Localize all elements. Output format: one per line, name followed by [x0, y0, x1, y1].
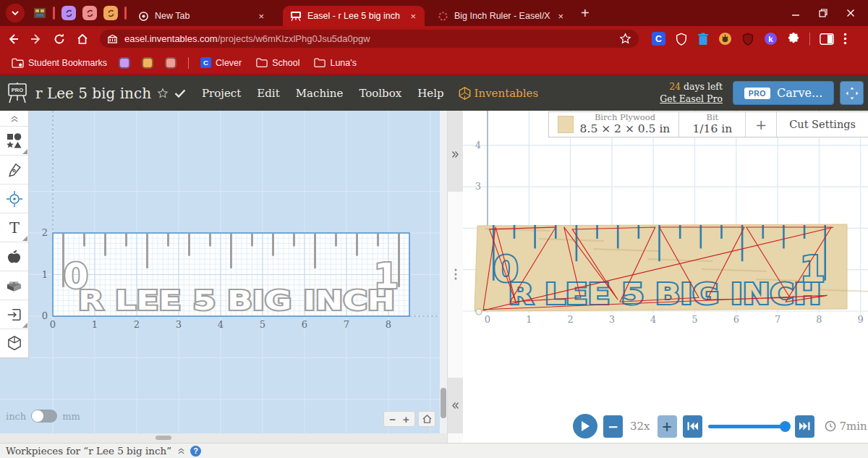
- tool-text[interactable]: T: [0, 213, 28, 242]
- tab-close-icon[interactable]: ×: [257, 11, 265, 22]
- trash-extension-icon[interactable]: [697, 33, 709, 46]
- carve-button[interactable]: PRO Carve...: [733, 81, 834, 105]
- zoom-home-button[interactable]: [418, 411, 435, 427]
- address-bar[interactable]: easel.inventables.com/projects/w6mKlzxlP…: [100, 30, 639, 48]
- browser-menu-icon[interactable]: [843, 33, 847, 45]
- favorite-star-icon[interactable]: [157, 88, 169, 99]
- tool-shapes[interactable]: [0, 127, 28, 156]
- tab-easel-active[interactable]: Easel - r Lee 5 big inch ×: [283, 6, 425, 26]
- bookmark-lunas-folder[interactable]: Luna's: [314, 58, 356, 68]
- minimize-icon[interactable]: [791, 9, 800, 17]
- saved-check-icon: [174, 89, 186, 98]
- tab-close-icon[interactable]: ×: [409, 11, 417, 22]
- tool-import[interactable]: [0, 300, 28, 329]
- pinned-tab-sync-orange[interactable]: [103, 6, 118, 20]
- clever-extension-icon[interactable]: C: [652, 32, 665, 46]
- restore-icon[interactable]: [819, 9, 827, 17]
- extensions-puzzle-icon[interactable]: [787, 33, 800, 46]
- scrollbar-thumb[interactable]: [441, 388, 446, 418]
- units-toggle[interactable]: [31, 410, 57, 423]
- double-chevron-left-icon[interactable]: [451, 402, 459, 410]
- zoom-in-button[interactable]: +: [403, 413, 409, 425]
- menu-toolbox[interactable]: Toolbox: [359, 87, 401, 100]
- tab-new-tab[interactable]: New Tab ×: [131, 6, 273, 26]
- tab-big-inch-ruler[interactable]: Big Inch Ruler - Easel/X-carve ×: [430, 6, 572, 26]
- divider-drag-handle[interactable]: [448, 268, 463, 280]
- pinned-tab-sync-pink[interactable]: [82, 6, 97, 20]
- workpieces-bar[interactable]: Workpieces for “r Lee 5 big inch” ?: [0, 443, 868, 458]
- carve-preview-panel: 43012345678901R LEE 5 BIG INCH Birch Ply…: [463, 111, 868, 443]
- tab-search-button[interactable]: [6, 4, 25, 22]
- tool-drill[interactable]: [0, 185, 28, 213]
- sim-progress-slider[interactable]: [708, 425, 789, 428]
- bookmark-school-folder[interactable]: School: [256, 58, 299, 68]
- home-icon: [76, 33, 89, 46]
- dark-shield-extension-icon[interactable]: [741, 33, 754, 46]
- new-tab-button[interactable]: +: [581, 5, 590, 22]
- menu-project[interactable]: Project: [202, 87, 241, 100]
- bookmark-star-icon[interactable]: [619, 33, 631, 45]
- reload-icon: [53, 33, 66, 46]
- reload-button[interactable]: [49, 29, 69, 49]
- tool-apps[interactable]: [0, 271, 28, 300]
- bookmark-app-orange[interactable]: [142, 57, 153, 69]
- kami-extension-icon[interactable]: k: [764, 32, 778, 46]
- menu-help[interactable]: Help: [417, 87, 443, 100]
- collapse-chevron-icon[interactable]: [177, 447, 185, 454]
- tab-title: New Tab: [155, 11, 251, 21]
- bookmark-student-bookmarks[interactable]: Student Bookmarks: [12, 58, 107, 68]
- menu-edit[interactable]: Edit: [257, 87, 279, 100]
- design-canvas[interactable]: 01234567801201R LEE 5 BIG INCH: [0, 111, 447, 433]
- home-button[interactable]: [72, 29, 93, 49]
- tab-close-icon[interactable]: ×: [556, 11, 565, 22]
- slider-knob[interactable]: [780, 421, 791, 432]
- profile-avatar[interactable]: [820, 33, 834, 46]
- sidebar-collapse-button[interactable]: [0, 111, 28, 127]
- svg-text:C: C: [203, 59, 208, 67]
- site-info-icon[interactable]: [107, 33, 118, 44]
- scrollbar-thumb[interactable]: [156, 436, 171, 440]
- project-title[interactable]: r Lee 5 big inch: [35, 85, 151, 102]
- zoom-out-button[interactable]: −: [389, 413, 396, 425]
- menu-machine[interactable]: Machine: [296, 87, 344, 100]
- sim-speed-up-button[interactable]: +: [658, 415, 677, 438]
- tool-design-library[interactable]: [0, 242, 28, 271]
- tool-sidebar: T: [0, 111, 29, 358]
- sim-time-value: 7min: [840, 420, 867, 433]
- sim-speed-down-button[interactable]: −: [603, 415, 623, 438]
- jog-machine-button[interactable]: [840, 81, 864, 105]
- bookmark-app-purple[interactable]: [119, 57, 130, 69]
- inventables-label: Inventables: [475, 87, 539, 100]
- help-icon[interactable]: ?: [190, 446, 201, 457]
- double-chevron-right-icon[interactable]: [451, 150, 459, 158]
- sim-skip-start-button[interactable]: [683, 415, 702, 438]
- bit-section[interactable]: Bit 1/16 in: [679, 112, 746, 137]
- sim-skip-end-button[interactable]: [795, 415, 814, 438]
- preview-canvas[interactable]: 43012345678901R LEE 5 BIG INCH: [463, 111, 868, 443]
- bookmark-clever[interactable]: C Clever: [200, 57, 242, 68]
- easel-logo[interactable]: PRO: [7, 82, 28, 105]
- svg-text:R LEE 5 BIG INCH: R LEE 5 BIG INCH: [509, 278, 822, 310]
- inventables-brand[interactable]: Inventables: [459, 87, 539, 100]
- tool-3d-view[interactable]: [0, 329, 28, 358]
- vertical-scrollbar[interactable]: [440, 111, 447, 433]
- panel-divider[interactable]: [447, 111, 463, 443]
- material-section[interactable]: Birch Plywood 8.5 × 2 × 0.5 in: [549, 112, 680, 137]
- add-bit-button[interactable]: +: [746, 112, 777, 137]
- cut-settings-button[interactable]: Cut Settings: [777, 112, 868, 137]
- horizontal-scrollbar[interactable]: [0, 433, 447, 443]
- shield-extension-icon[interactable]: [675, 33, 688, 46]
- sim-play-button[interactable]: [573, 414, 597, 438]
- pinned-tab-game-icon[interactable]: [33, 7, 46, 20]
- tool-pen[interactable]: [0, 156, 28, 185]
- sync-icon: [85, 9, 95, 18]
- back-button[interactable]: [3, 29, 23, 49]
- trial-days-text: days left: [681, 81, 723, 92]
- close-icon[interactable]: [846, 9, 855, 17]
- forward-button[interactable]: [26, 29, 46, 49]
- get-easel-pro-link[interactable]: Get Easel Pro: [660, 93, 723, 104]
- bug-extension-icon[interactable]: [718, 32, 732, 46]
- pinned-tab-sync-purple[interactable]: [61, 6, 76, 20]
- bookmark-app-pink[interactable]: [165, 57, 176, 69]
- extensions-row: C k: [652, 32, 847, 46]
